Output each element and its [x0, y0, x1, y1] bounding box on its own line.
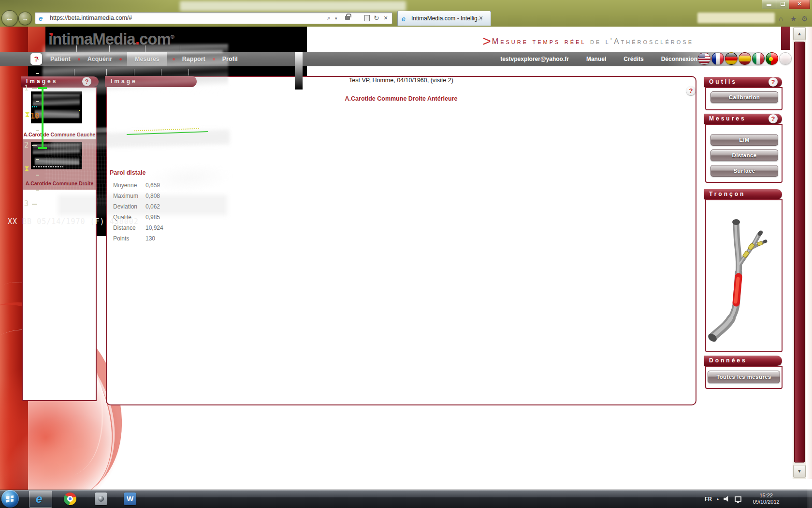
troncon-panel-header: Tronçon: [704, 189, 782, 199]
measure-bracket-cap: [38, 87, 47, 89]
capture-app-taskbar-icon[interactable]: [95, 493, 107, 505]
artery-diagram: [706, 200, 780, 348]
search-icon[interactable]: ⌕: [327, 15, 331, 21]
taskbar: [0, 490, 812, 508]
scale-tick: [36, 73, 39, 74]
chevron-down-icon[interactable]: ▾: [335, 16, 337, 21]
scale-tick-major: [32, 204, 37, 205]
word-taskbar-icon[interactable]: W: [124, 493, 136, 505]
windows-logo-icon: [6, 495, 14, 503]
scale-tick: [36, 190, 39, 191]
toutes-les-mesures-button[interactable]: Toutes les mesures: [708, 371, 780, 383]
tab-close-icon[interactable]: ×: [479, 14, 483, 22]
scale-tick: [36, 175, 39, 176]
marker-speck: [79, 110, 80, 111]
nav-link-deconnexion[interactable]: Déconnexion: [661, 56, 697, 62]
scale-tick-major: [32, 88, 37, 89]
language-indicator[interactable]: FR: [705, 496, 712, 502]
nav-link-manuel[interactable]: Manuel: [586, 56, 606, 62]
taskbar-clock[interactable]: 15:22 09/10/2012: [749, 493, 783, 505]
close-button[interactable]: ✕: [789, 0, 810, 9]
eim-button[interactable]: EIM: [710, 134, 778, 146]
scale-label-2: 2: [24, 141, 29, 149]
scale-label-3: 3: [24, 199, 29, 208]
home-button[interactable]: ⌂: [779, 15, 783, 23]
user-email: testvpexplorer@yahoo.fr: [500, 56, 569, 62]
flag-de-icon[interactable]: [725, 52, 738, 65]
troncon-panel: [705, 199, 783, 352]
scale-tick: [36, 130, 39, 131]
window-controls: ✕: [762, 0, 810, 9]
distance-button[interactable]: Distance: [710, 149, 778, 161]
scrollbar-thumb[interactable]: [794, 42, 805, 463]
lock-icon: [345, 16, 350, 20]
flag-disabled-icon: [779, 52, 792, 65]
ie-favicon: e: [39, 15, 46, 22]
tab-favicon: e: [402, 15, 406, 23]
caliper-mark: [32, 106, 37, 107]
hidden-icons-chevron[interactable]: ▴: [717, 496, 719, 501]
clock-time: 15:22: [749, 493, 783, 499]
maximize-button[interactable]: [776, 0, 789, 9]
flag-us-icon[interactable]: [698, 52, 710, 65]
browser-tab[interactable]: e IntimaMedia.com - Intellig... ×: [397, 11, 491, 26]
scale-label-1: 1: [24, 84, 29, 92]
favorites-button[interactable]: ★: [790, 15, 797, 23]
measure-bracket-line: [42, 88, 44, 148]
dicom-overlay-text: XX BB 05/14/1970 (F) 438002: [8, 217, 139, 226]
logo-red-dot: [50, 33, 53, 36]
show-desktop-button[interactable]: [808, 490, 812, 508]
system-tray: FR ▴ 15:22 09/10/2012: [705, 490, 783, 508]
flag-pt-icon[interactable]: [766, 52, 778, 65]
thumbnail-overlay-text: [33, 166, 63, 167]
start-button[interactable]: [1, 490, 19, 508]
volume-icon[interactable]: [724, 496, 730, 502]
flag-fr-icon[interactable]: [711, 52, 724, 65]
scrollbar-down-button[interactable]: ▼: [793, 465, 806, 478]
tools-button[interactable]: ⚙: [801, 15, 808, 23]
background-searchbox-blur: [697, 13, 775, 23]
language-flags: [698, 51, 792, 66]
stop-button[interactable]: ×: [384, 14, 388, 22]
browser-forward-button[interactable]: →: [18, 12, 32, 25]
tab-title: IntimaMedia.com - Intellig...: [411, 15, 482, 22]
scale-tick-major: [32, 145, 37, 146]
depth-label: 10: [30, 112, 39, 120]
nav-right: testvpexplorer@yahoo.fr Manuel Crédits D…: [500, 52, 697, 66]
compatibility-icon[interactable]: [364, 15, 370, 21]
site-tagline: >Mesure temps réel de l'Athérosclérose: [482, 33, 694, 49]
screen: ← → e https://beta.intimamedia.com/# ⌕ ▾…: [0, 0, 812, 508]
scale-tick: [36, 101, 39, 102]
window-edge: [806, 27, 812, 479]
background-window-blur: [180, 1, 406, 11]
network-icon[interactable]: [735, 496, 741, 502]
image-title: A.Carotide Commune Droite Antérieure: [106, 95, 696, 102]
help-icon[interactable]: ?: [768, 114, 778, 123]
grayscale-bar: [295, 52, 303, 90]
stat-row: Points 130: [110, 235, 192, 242]
scrollbar-up-button[interactable]: ▲: [793, 28, 806, 40]
flag-it-icon[interactable]: [752, 52, 765, 65]
calibration-button[interactable]: Calibration: [710, 91, 778, 103]
surface-button[interactable]: Surface: [710, 165, 778, 177]
address-bar[interactable]: e https://beta.intimamedia.com/# ⌕ ▾ ↻ ×: [35, 12, 392, 24]
donnees-panel-header: Données: [704, 356, 782, 366]
clock-date: 09/10/2012: [749, 499, 783, 505]
measure-bracket-cap: [38, 147, 47, 149]
nav-link-credits[interactable]: Crédits: [624, 56, 643, 62]
refresh-button[interactable]: ↻: [374, 14, 379, 22]
help-icon[interactable]: ?: [768, 77, 778, 87]
scale-tick: [36, 59, 39, 60]
stat-value: 130: [145, 235, 155, 242]
help-icon[interactable]: ?: [686, 86, 696, 95]
page: intimaMedia.com® >Mesure temps réel de l…: [0, 27, 812, 490]
minimize-button[interactable]: [762, 0, 776, 9]
scale-tick: [36, 159, 39, 160]
header-end-block: [781, 27, 790, 50]
ie-taskbar-icon[interactable]: e: [36, 492, 42, 506]
browser-back-button[interactable]: ←: [1, 10, 18, 27]
flag-es-icon[interactable]: [739, 52, 751, 65]
stat-value: 10,924: [145, 224, 163, 231]
url-input[interactable]: https://beta.intimamedia.com/#: [50, 15, 132, 21]
chrome-taskbar-icon[interactable]: [64, 493, 76, 505]
